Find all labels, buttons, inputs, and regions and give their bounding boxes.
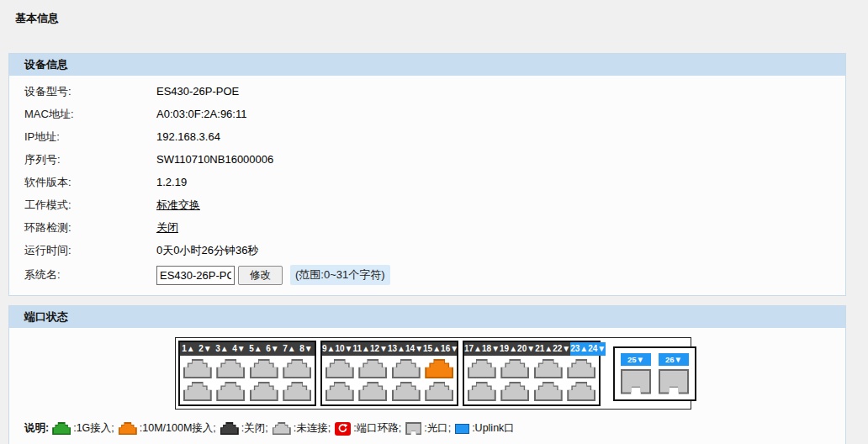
- system-name-range-hint: (范围:0~31个字符): [290, 265, 390, 285]
- port-legend: 说明: :1G接入;:10M/100M接入;:关闭;:未连接;:端口环路;:光口…: [9, 421, 845, 436]
- loop-detect-link[interactable]: 关闭: [156, 220, 178, 235]
- port-21: [534, 359, 563, 378]
- row-ip-address: IP地址: 192.168.3.64: [9, 125, 845, 148]
- legend-item-text: :关闭;: [241, 421, 268, 436]
- device-info-rows: 设备型号: ES430-26P-POE MAC地址: A0:03:0F:2A:9…: [9, 76, 845, 295]
- port-grid: [180, 356, 315, 404]
- port-number-label: 1▲: [180, 342, 197, 356]
- row-label: 序列号:: [24, 152, 156, 167]
- port-17: [468, 359, 496, 378]
- port-status-panel: 端口状态 1▲2▼3▲4▼5▲6▼7▲8▼9▲10▼11▲12▼13▲14▼15…: [8, 305, 846, 444]
- port-19: [500, 359, 529, 378]
- row-uptime: 运行时间: 0天0小时26分钟36秒: [9, 239, 845, 262]
- port-14: [392, 382, 421, 401]
- legend-item: :10M/100M接入;: [119, 421, 216, 436]
- row-label: 系统名:: [24, 267, 156, 283]
- port-number-label: 2▼: [197, 342, 214, 356]
- system-name-input[interactable]: [156, 266, 235, 285]
- port-group-header: 9▲10▼11▲12▼13▲14▼15▲16▼: [322, 342, 457, 356]
- device-info-panel: 设备信息 设备型号: ES430-26P-POE MAC地址: A0:03:0F…: [8, 53, 846, 296]
- port-number-label: 3▲: [214, 342, 230, 356]
- row-value: 192.168.3.64: [156, 130, 220, 143]
- port-13: [392, 359, 421, 378]
- row-value: SW110710NB16000006: [156, 153, 273, 166]
- legend-item: :Uplink口: [455, 421, 515, 436]
- port-9: [326, 359, 354, 378]
- row-loop-detect: 环路检测: 关闭: [9, 216, 845, 239]
- work-mode-link[interactable]: 标准交换: [156, 198, 200, 213]
- row-label: 环路检测:: [24, 220, 156, 235]
- port-number-label: 10▼: [335, 342, 352, 356]
- port-24: [567, 382, 595, 401]
- port-6: [250, 382, 278, 401]
- legend-prefix: 说明:: [24, 421, 49, 436]
- page-title: 基本信息: [0, 0, 868, 26]
- port-8: [283, 382, 311, 401]
- legend-item-text: :端口环路;: [353, 421, 401, 436]
- port-2: [183, 382, 212, 401]
- row-value: ES430-26P-POE: [156, 85, 239, 98]
- port-number-label: 4▼: [230, 342, 247, 356]
- port-number-label: 14▼: [405, 342, 423, 356]
- modify-button[interactable]: 修改: [238, 266, 283, 285]
- legend-item: :未连接;: [273, 421, 331, 436]
- port-10: [326, 382, 354, 401]
- row-label: 设备型号:: [24, 84, 156, 99]
- row-work-mode: 工作模式: 标准交换: [9, 193, 845, 216]
- port-5: [250, 359, 278, 378]
- port-number-label: 5▲: [247, 342, 264, 356]
- port-number-label: 21▲: [535, 342, 553, 356]
- port-area: 1▲2▼3▲4▼5▲6▼7▲8▼9▲10▼11▲12▼13▲14▼15▲16▼1…: [9, 328, 845, 444]
- port-number-label: 6▼: [264, 342, 281, 356]
- port-number-label: 18▼: [482, 342, 500, 356]
- legend-item: :关闭;: [220, 421, 268, 436]
- port-22: [534, 382, 563, 401]
- legend-item-text: :10M/100M接入;: [140, 421, 216, 436]
- port-number-label: 15▲: [423, 342, 441, 356]
- row-software-version: 软件版本: 1.2.19: [9, 171, 845, 193]
- row-system-name: 系统名: 修改 (范围:0~31个字符): [9, 262, 845, 288]
- port-3: [216, 359, 245, 378]
- green-port-icon: [52, 422, 71, 435]
- port-number-label: 20▼: [517, 342, 535, 356]
- row-value: A0:03:0F:2A:96:11: [156, 108, 246, 120]
- legend-item-text: :Uplink口: [472, 421, 515, 436]
- port-number-label: 11▲: [353, 342, 370, 356]
- port-1: [183, 359, 212, 378]
- row-value: 1.2.19: [156, 176, 187, 188]
- port-7: [283, 359, 311, 378]
- port-11: [358, 359, 387, 378]
- port-26: [659, 369, 689, 394]
- loop-icon: [335, 422, 351, 436]
- port-12: [358, 382, 387, 401]
- port-15: [425, 359, 453, 378]
- port-number-label: 9▲: [322, 342, 335, 356]
- row-serial-number: 序列号: SW110710NB16000006: [9, 148, 845, 171]
- port-grid: [322, 356, 457, 404]
- sfp-port-column: 25▼: [621, 353, 651, 394]
- port-number-label: 22▼: [553, 342, 570, 356]
- row-label: 软件版本:: [24, 175, 156, 190]
- legend-item-text: :未连接;: [294, 421, 331, 436]
- port-25: [621, 369, 651, 394]
- port-group-header: 1▲2▼3▲4▼5▲6▼7▲8▼: [180, 342, 315, 356]
- row-label: 运行时间:: [24, 243, 156, 258]
- port-4: [216, 382, 245, 401]
- port-number-label: 13▲: [388, 342, 405, 356]
- port-16: [425, 382, 453, 401]
- port-panel: 1▲2▼3▲4▼5▲6▼7▲8▼9▲10▼11▲12▼13▲14▼15▲16▼1…: [175, 337, 691, 410]
- dark-port-icon: [220, 422, 239, 435]
- port-group: 9▲10▼11▲12▼13▲14▼15▲16▼: [320, 341, 458, 406]
- row-label: IP地址:: [24, 130, 156, 145]
- port-number-label: 17▲: [464, 342, 482, 356]
- row-mac-address: MAC地址: A0:03:0F:2A:96:11: [9, 103, 845, 125]
- row-device-model: 设备型号: ES430-26P-POE: [9, 80, 845, 103]
- legend-item: :光口;: [405, 421, 451, 436]
- port-group: 17▲18▼19▲20▼21▲22▼23▲24▼: [463, 341, 601, 406]
- port-grid: [464, 356, 599, 404]
- fiber-port-icon: [405, 422, 421, 435]
- legend-item: :1G接入;: [52, 421, 114, 436]
- port-number-label: 19▲: [500, 342, 517, 356]
- port-group-header: 17▲18▼19▲20▼21▲22▼23▲24▼: [464, 342, 599, 356]
- port-number-label: 8▼: [298, 342, 315, 356]
